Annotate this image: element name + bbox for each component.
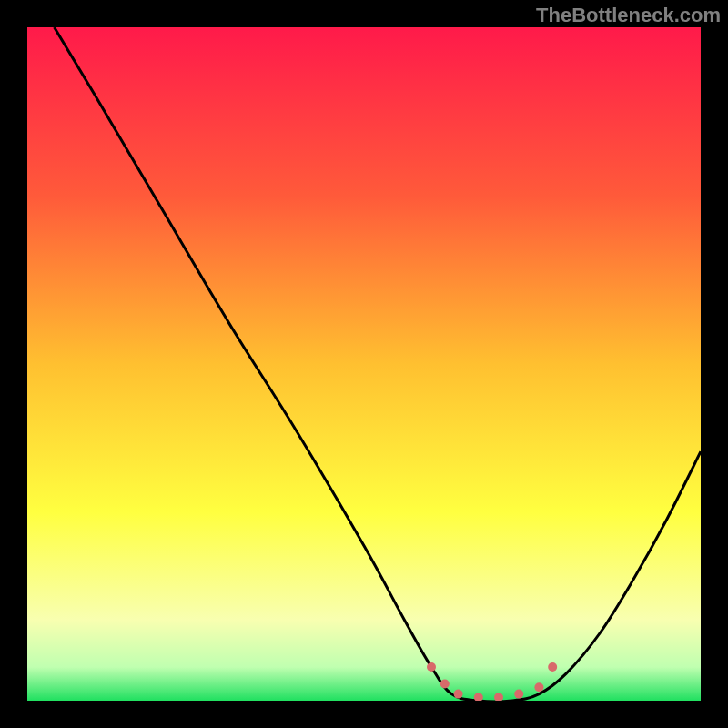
marker-dot	[494, 693, 503, 701]
marker-dot	[440, 680, 450, 689]
curve-path	[55, 27, 701, 701]
chart-curve	[27, 27, 701, 701]
watermark-text: TheBottleneck.com	[536, 4, 721, 27]
marker-dot	[548, 662, 557, 672]
marker-dot	[534, 682, 543, 692]
plot-area	[27, 27, 701, 701]
marker-dot	[514, 690, 523, 699]
marker-dot	[454, 690, 463, 699]
marker-dot	[474, 693, 483, 701]
marker-dot	[427, 662, 436, 672]
